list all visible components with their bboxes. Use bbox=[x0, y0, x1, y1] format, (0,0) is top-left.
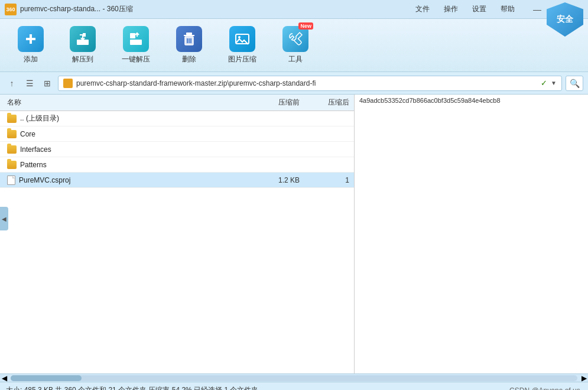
address-path: puremvc-csharp-standard-framework-master… bbox=[76, 79, 537, 87]
nav-list-button[interactable]: ☰ bbox=[22, 76, 37, 90]
col-name-header: 名称 bbox=[0, 98, 248, 108]
app-title: puremvc-csharp-standa... - 360压缩 bbox=[20, 4, 413, 14]
file-cell-after: 1 bbox=[307, 176, 354, 184]
folder-icon bbox=[7, 115, 17, 123]
file-list-header: 名称 压缩前 压缩后 bbox=[0, 95, 354, 111]
table-row[interactable]: PureMVC.csproj 1.2 KB 1 bbox=[0, 173, 354, 188]
addressbar: ↑ ☰ ⊞ puremvc-csharp-standard-framework-… bbox=[0, 72, 588, 95]
address-icon bbox=[63, 79, 73, 88]
statusbar: 大小: 485.3 KB 共 360 个文件和 21 个文件夹 压缩率 54.2… bbox=[0, 382, 588, 390]
detail-hash: 4a9adcb53352cd7b866ac0bf3d5c59a84e4ebcb8 bbox=[359, 97, 501, 104]
file-cell-name: Interfaces bbox=[0, 145, 248, 154]
dropdown-arrow[interactable]: ▼ bbox=[551, 80, 557, 86]
svg-rect-1 bbox=[26, 38, 35, 40]
file-list: 名称 压缩前 压缩后 .. (上级目录) bbox=[0, 95, 355, 373]
file-cell-before: 1.2 KB bbox=[248, 176, 307, 184]
new-badge: New bbox=[298, 22, 313, 30]
file-name: .. (上级目录) bbox=[20, 113, 59, 124]
file-name: Core bbox=[20, 130, 35, 138]
delete-button[interactable]: 删除 bbox=[170, 22, 208, 68]
extract-to-button[interactable]: 解压到 bbox=[64, 22, 102, 68]
status-right: CSDN @Anyone of us. bbox=[509, 386, 582, 391]
table-row[interactable]: .. (上级目录) bbox=[0, 111, 354, 126]
left-side-arrow[interactable]: ◀ bbox=[0, 207, 8, 230]
horizontal-scrollbar[interactable]: ◀ ▶ bbox=[0, 373, 588, 382]
add-label: 添加 bbox=[24, 54, 38, 64]
security-shield[interactable]: 安全 bbox=[547, 2, 583, 37]
titlebar: 360 puremvc-csharp-standa... - 360压缩 文件 … bbox=[0, 0, 588, 19]
one-click-extract-label: 一键解压 bbox=[122, 54, 150, 64]
menu-settings[interactable]: 设置 bbox=[470, 3, 489, 15]
one-click-extract-icon bbox=[123, 26, 149, 52]
col-after-header: 压缩后 bbox=[307, 98, 354, 108]
image-compress-button[interactable]: 图片压缩 bbox=[222, 22, 262, 68]
file-cell-name: Core bbox=[0, 130, 248, 138]
folder-icon bbox=[7, 130, 17, 138]
app-icon: 360 bbox=[5, 4, 17, 15]
file-name: Interfaces bbox=[20, 145, 51, 154]
file-cell-name: Patterns bbox=[0, 161, 248, 169]
search-icon: 🔍 bbox=[570, 79, 580, 88]
scroll-right-button[interactable]: ▶ bbox=[580, 374, 588, 382]
svg-point-13 bbox=[238, 36, 241, 38]
toolbar: 添加 解压到 一键解压 bbox=[0, 19, 588, 72]
extract-to-label: 解压到 bbox=[72, 54, 93, 64]
delete-icon bbox=[176, 26, 202, 52]
svg-rect-6 bbox=[186, 32, 192, 35]
file-list-body: .. (上级目录) Core bbox=[0, 111, 354, 373]
table-row[interactable]: Interfaces bbox=[0, 142, 354, 157]
table-row[interactable]: Patterns bbox=[0, 157, 354, 173]
shield-label: 安全 bbox=[557, 14, 573, 25]
nav-up-button[interactable]: ↑ bbox=[5, 76, 19, 90]
file-cell-name: .. (上级目录) bbox=[0, 113, 248, 124]
svg-rect-5 bbox=[184, 35, 194, 36]
nav-detail-button[interactable]: ⊞ bbox=[40, 76, 54, 90]
status-left: 大小: 485.3 KB 共 360 个文件和 21 个文件夹 压缩率 54.2… bbox=[6, 385, 258, 390]
one-click-extract-button[interactable]: 一键解压 bbox=[116, 22, 156, 68]
address-field[interactable]: puremvc-csharp-standard-framework-master… bbox=[58, 76, 562, 91]
shield-shape: 安全 bbox=[547, 2, 583, 37]
search-button[interactable]: 🔍 bbox=[566, 76, 583, 91]
main-area: 名称 压缩前 压缩后 .. (上级目录) bbox=[0, 95, 588, 373]
image-compress-label: 图片压缩 bbox=[228, 54, 256, 64]
menu-file[interactable]: 文件 bbox=[413, 3, 432, 15]
detail-panel: 4a9adcb53352cd7b866ac0bf3d5c59a84e4ebcb8 bbox=[355, 95, 588, 373]
menu-help[interactable]: 帮助 bbox=[498, 3, 517, 15]
verify-mark: ✓ bbox=[541, 79, 547, 87]
folder-icon bbox=[7, 145, 17, 154]
table-row[interactable]: Core bbox=[0, 126, 354, 142]
col-before-header: 压缩前 bbox=[248, 98, 307, 108]
add-icon bbox=[18, 26, 44, 52]
tools-label: 工具 bbox=[288, 54, 303, 64]
delete-label: 删除 bbox=[182, 54, 196, 64]
menu-bar: 文件 操作 设置 帮助 bbox=[413, 3, 517, 15]
folder-icon bbox=[7, 161, 17, 169]
tools-icon bbox=[282, 26, 308, 52]
svg-rect-4 bbox=[130, 33, 135, 38]
scroll-left-button[interactable]: ◀ bbox=[0, 374, 8, 382]
tools-button[interactable]: New 工具 bbox=[277, 22, 314, 68]
file-name: Patterns bbox=[20, 161, 47, 169]
svg-rect-3 bbox=[130, 40, 142, 45]
image-compress-icon bbox=[229, 26, 255, 52]
extract-to-icon bbox=[70, 26, 96, 52]
minimize-button[interactable]: — bbox=[529, 3, 545, 16]
file-name: PureMVC.csproj bbox=[19, 176, 70, 184]
add-button[interactable]: 添加 bbox=[12, 22, 50, 68]
scroll-thumb[interactable] bbox=[11, 375, 82, 381]
file-icon bbox=[7, 176, 15, 185]
menu-operate[interactable]: 操作 bbox=[441, 3, 460, 15]
scroll-track[interactable] bbox=[11, 375, 577, 381]
file-cell-name: PureMVC.csproj bbox=[0, 176, 248, 185]
